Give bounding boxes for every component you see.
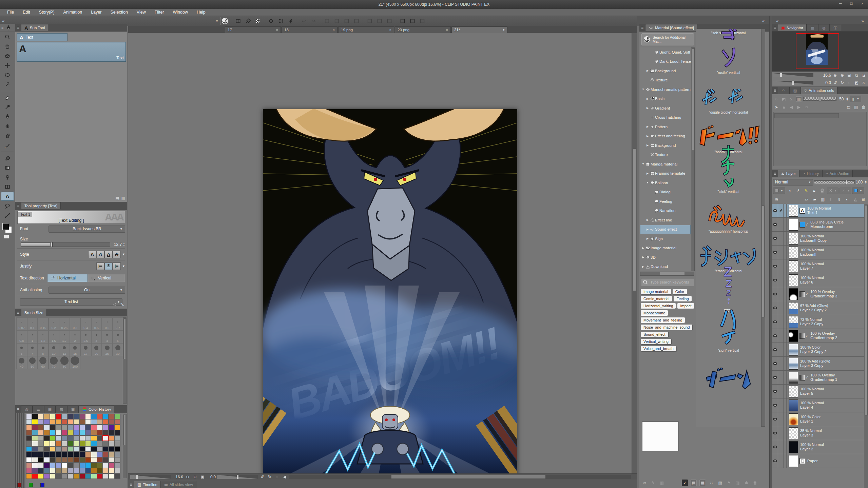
tree-arrow-icon[interactable]: ▶ <box>646 97 649 100</box>
add-subtool-icon[interactable]: ▤ <box>115 196 119 200</box>
color-swatch[interactable] <box>109 457 114 463</box>
material-sample-scrollbar[interactable] <box>761 29 765 427</box>
tree-arrow-icon[interactable]: ▶ <box>646 106 649 110</box>
new-file-icon[interactable] <box>233 17 243 25</box>
material-tree-item-background[interactable]: ▶Background <box>640 66 691 76</box>
color-swatch[interactable] <box>97 446 103 452</box>
color-swatch[interactable] <box>56 430 61 435</box>
color-swatch[interactable] <box>67 441 73 446</box>
color-swatch[interactable] <box>56 457 61 463</box>
panel-menu-icon[interactable]: ≡ <box>639 25 645 31</box>
color-swatch[interactable] <box>56 473 61 479</box>
tree-arrow-icon[interactable]: ▶ <box>641 265 645 268</box>
color-swatch[interactable] <box>26 430 32 435</box>
animation-cels-tab[interactable]: 💡︎Animation cels <box>801 87 837 94</box>
tree-arrow-icon[interactable]: ▼ <box>641 88 645 91</box>
layer-visibility-toggle[interactable] <box>772 237 778 240</box>
color-swatch[interactable] <box>67 452 73 457</box>
color-swatch[interactable] <box>38 473 44 479</box>
color-swatch[interactable] <box>115 430 120 435</box>
keyword-tag-voice-and-breath[interactable]: Voice_and_breath <box>641 346 676 351</box>
color-swatch[interactable] <box>50 414 56 419</box>
new-raster-layer-icon[interactable]: ▱ <box>803 196 810 203</box>
navigator-preview[interactable] <box>772 32 868 72</box>
color-swatch[interactable] <box>103 414 109 419</box>
layer-visibility-toggle[interactable] <box>772 279 778 281</box>
color-swatch[interactable] <box>38 419 44 425</box>
color-swatch[interactable] <box>38 425 44 430</box>
color-swatch[interactable] <box>79 452 85 457</box>
panel-menu-icon[interactable]: ≡ <box>772 88 778 94</box>
rotate-right-icon[interactable]: ↻ <box>267 474 273 479</box>
reset-settings-icon[interactable]: ↺ <box>113 302 117 307</box>
color-swatch[interactable] <box>32 425 38 430</box>
brush-size-7[interactable]: 7 <box>27 343 38 356</box>
tool-brush[interactable] <box>1 140 14 150</box>
color-swatch[interactable] <box>67 430 73 435</box>
layer-visibility-toggle[interactable] <box>772 418 778 421</box>
layer-row-badoom-[interactable]: 100 % Normalbadoom!! <box>772 246 864 259</box>
color-swatch[interactable] <box>61 430 67 435</box>
blue-chip[interactable] <box>40 483 44 487</box>
panel-menu-icon[interactable]: ≡ <box>1 26 3 30</box>
tag-icon[interactable]: ⚑︎ <box>726 480 732 486</box>
new-folder-icon[interactable]: ▥ <box>819 196 826 203</box>
color-swatch[interactable] <box>26 441 32 446</box>
color-swatch[interactable] <box>50 441 56 446</box>
transparent-color-well[interactable] <box>4 235 9 239</box>
style-bold-button[interactable]: A <box>88 251 96 258</box>
style-underline-button[interactable]: A <box>104 251 113 258</box>
zoom-in-icon[interactable]: ⊕ <box>192 474 198 479</box>
open-file-icon[interactable] <box>243 17 252 25</box>
menu-filter[interactable]: Filter <box>150 9 169 16</box>
tool-wand[interactable] <box>1 80 14 89</box>
color-slider-tab[interactable]: ☰ <box>33 406 44 413</box>
document-tab-19png[interactable]: 19.png× <box>338 26 394 33</box>
brush-size-30[interactable]: 30 <box>113 343 123 356</box>
layer-visibility-toggle[interactable] <box>772 404 778 407</box>
color-swatch[interactable] <box>56 419 61 425</box>
redo-icon[interactable]: ↪ <box>309 17 318 25</box>
minimize-button[interactable]: ─ <box>837 1 844 5</box>
layer-opacity-slider[interactable] <box>814 180 855 184</box>
color-swatch[interactable] <box>91 473 97 479</box>
trash-icon[interactable]: 🗑︎ <box>752 480 758 486</box>
color-swatch[interactable] <box>67 435 73 441</box>
panel-menu-icon[interactable]: ≡ <box>15 203 21 209</box>
select-invert-icon[interactable] <box>332 17 341 25</box>
color-swatch[interactable] <box>38 441 44 446</box>
tree-arrow-icon[interactable]: ▶ <box>646 172 649 175</box>
menu-selection[interactable]: Selection <box>106 9 132 16</box>
brush-size-0.5[interactable]: 0.5 <box>91 317 102 330</box>
keyword-tag-image-material[interactable]: Image material <box>641 289 671 294</box>
material-tree-item-pattern[interactable]: ▶Pattern <box>640 122 691 132</box>
color-swatch[interactable] <box>50 463 56 468</box>
color-swatch[interactable] <box>91 457 97 463</box>
color-swatch[interactable] <box>32 430 38 435</box>
color-swatch[interactable] <box>38 468 44 473</box>
mask-off-icon[interactable] <box>365 17 374 25</box>
color-swatch[interactable] <box>91 468 97 473</box>
color-swatch[interactable] <box>79 457 85 463</box>
layer-visibility-toggle[interactable] <box>772 265 778 268</box>
color-swatch[interactable] <box>44 463 50 468</box>
document-tab-21[interactable]: 21*● <box>451 26 507 33</box>
color-swatch[interactable] <box>79 468 85 473</box>
document-tab-20png[interactable]: 20.png× <box>395 26 451 33</box>
brush-size-1.5[interactable]: 1.5 <box>49 330 59 343</box>
color-swatch[interactable] <box>115 419 120 425</box>
collapse-material-icon[interactable]: « <box>760 18 767 23</box>
collapse-center-icon[interactable]: « <box>213 18 220 23</box>
color-swatch[interactable] <box>109 452 114 457</box>
all-sides-view-tab[interactable]: ▭All sides view <box>161 481 196 488</box>
color-swatch[interactable] <box>103 430 109 435</box>
onion-mode-dropdown[interactable]: ▯▼ <box>850 96 861 102</box>
tool-eyedrop[interactable] <box>1 102 14 112</box>
color-swatch[interactable] <box>50 452 56 457</box>
brush-size-80[interactable]: 80 <box>59 356 70 369</box>
layer-visibility-toggle[interactable] <box>772 348 778 351</box>
close-tab-icon[interactable]: × <box>276 28 278 32</box>
delete-cel-icon[interactable]: 🗑︎ <box>861 105 867 110</box>
tool-marquee[interactable] <box>1 70 14 79</box>
intermediate-color-tab[interactable]: ▩ <box>56 406 67 413</box>
